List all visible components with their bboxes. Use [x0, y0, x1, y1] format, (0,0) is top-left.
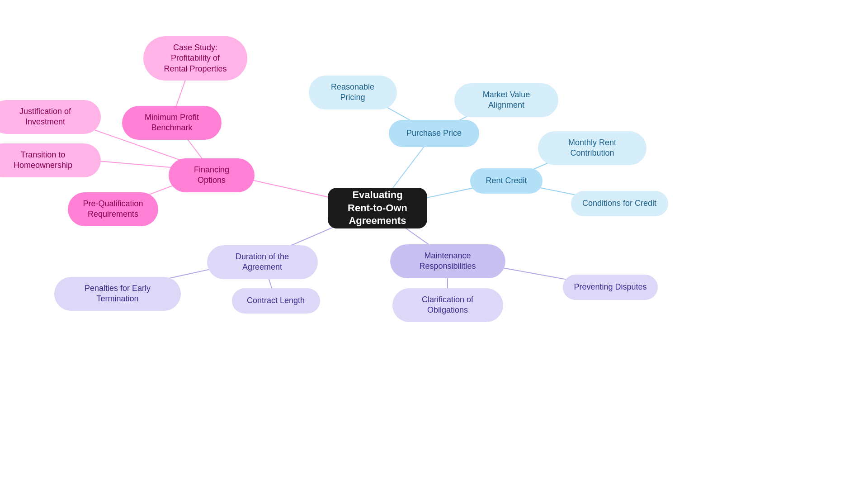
financing-options-label: Financing Options — [179, 165, 244, 186]
penalties-label: Penalties for Early Termination — [65, 283, 170, 304]
transition-node[interactable]: Transition to Homeownership — [0, 143, 101, 177]
prequalification-node[interactable]: Pre-Qualification Requirements — [68, 192, 158, 226]
preventing-disputes-label: Preventing Disputes — [574, 282, 646, 292]
prequalification-label: Pre-Qualification Requirements — [83, 199, 143, 220]
penalties-node[interactable]: Penalties for Early Termination — [54, 277, 181, 311]
center-node[interactable]: Evaluating Rent-to-Own Agreements — [328, 188, 427, 228]
justification-node[interactable]: Justification of Investment — [0, 100, 101, 134]
reasonable-pricing-node[interactable]: Reasonable Pricing — [309, 76, 397, 109]
clarification-node[interactable]: Clarification of Obligations — [392, 288, 503, 322]
market-value-node[interactable]: Market Value Alignment — [454, 83, 558, 117]
monthly-rent-label: Monthly Rent Contribution — [549, 138, 636, 159]
case-study-label: Case Study: Profitability of Rental Prop… — [154, 43, 236, 74]
market-value-label: Market Value Alignment — [465, 90, 547, 111]
financing-options-node[interactable]: Financing Options — [169, 158, 255, 192]
purchase-price-node[interactable]: Purchase Price — [389, 120, 479, 147]
maintenance-node[interactable]: Maintenance Responsibilities — [390, 244, 505, 278]
monthly-rent-node[interactable]: Monthly Rent Contribution — [538, 131, 646, 165]
contract-length-label: Contract Length — [247, 295, 305, 306]
duration-label: Duration of the Agreement — [218, 252, 307, 273]
conditions-credit-node[interactable]: Conditions for Credit — [571, 191, 668, 216]
justification-label: Justification of Investment — [1, 106, 90, 128]
conditions-credit-label: Conditions for Credit — [582, 198, 656, 209]
duration-node[interactable]: Duration of the Agreement — [207, 245, 318, 279]
transition-label: Transition to Homeownership — [0, 150, 90, 171]
center-label: Evaluating Rent-to-Own Agreements — [339, 189, 416, 228]
clarification-label: Clarification of Obligations — [403, 295, 492, 316]
contract-length-node[interactable]: Contract Length — [232, 288, 320, 314]
purchase-price-label: Purchase Price — [406, 128, 462, 138]
minimum-profit-label: Minimum Profit Benchmark — [133, 112, 211, 133]
minimum-profit-node[interactable]: Minimum Profit Benchmark — [122, 106, 222, 140]
rent-credit-label: Rent Credit — [486, 176, 527, 186]
reasonable-pricing-label: Reasonable Pricing — [320, 82, 386, 103]
rent-credit-node[interactable]: Rent Credit — [470, 168, 542, 194]
preventing-disputes-node[interactable]: Preventing Disputes — [563, 275, 658, 300]
case-study-node[interactable]: Case Study: Profitability of Rental Prop… — [143, 36, 247, 81]
maintenance-label: Maintenance Responsibilities — [401, 251, 495, 272]
